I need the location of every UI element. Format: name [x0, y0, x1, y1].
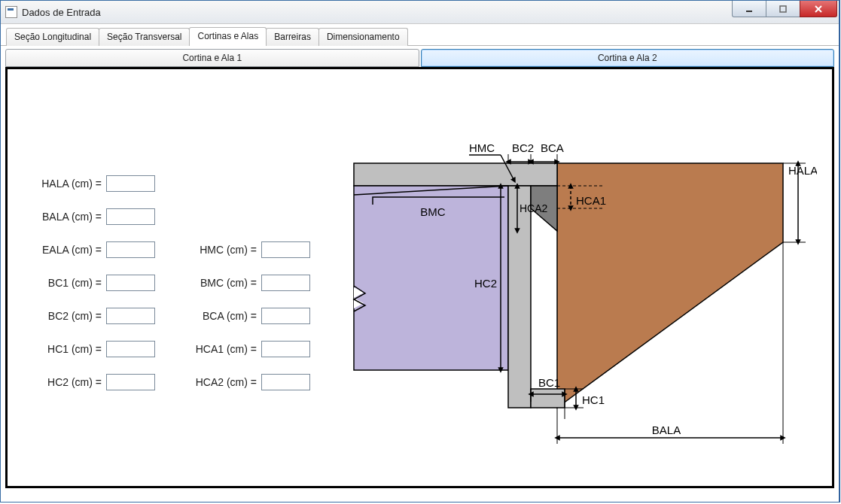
- label-hca1: HCA1 (cm) =: [185, 343, 261, 355]
- input-hca2[interactable]: [261, 374, 310, 390]
- input-hc1[interactable]: [106, 341, 155, 357]
- svg-rect-1: [780, 6, 786, 12]
- window-title: Dados de Entrada: [22, 7, 733, 18]
- label-eala: EALA (cm) =: [30, 244, 106, 256]
- tab-cortinas-e-alas[interactable]: Cortinas e Alas: [189, 27, 267, 46]
- label-hmc: HMC (cm) =: [185, 244, 261, 256]
- label-bc2: BC2 (cm) =: [30, 310, 106, 322]
- svg-rect-3: [354, 163, 557, 186]
- svg-rect-5: [508, 186, 531, 408]
- label-bca: BCA (cm) =: [185, 310, 261, 322]
- subtab-cortina-2[interactable]: Cortina e Ala 2: [421, 49, 835, 67]
- input-hmc[interactable]: [261, 241, 310, 258]
- dlabel-bala: BALA: [652, 424, 681, 436]
- content-panel: HALA (cm) = BALA (cm) = EALA (cm) = BC1 …: [5, 67, 834, 488]
- dlabel-hc1: HC1: [582, 393, 605, 406]
- label-bala: BALA (cm) =: [30, 211, 106, 223]
- label-bc1: BC1 (cm) =: [30, 277, 106, 289]
- label-hc2: HC2 (cm) =: [30, 376, 106, 388]
- window-controls: [733, 1, 839, 23]
- dlabel-bc1: BC1: [538, 376, 560, 389]
- form-col-1: HALA (cm) = BALA (cm) = EALA (cm) = BC1 …: [30, 175, 155, 391]
- dlabel-hca1: HCA1: [576, 194, 606, 207]
- app-icon: [5, 6, 17, 18]
- label-hala: HALA (cm) =: [30, 178, 106, 190]
- minimize-button[interactable]: [732, 1, 766, 17]
- input-bc2[interactable]: [106, 308, 155, 324]
- label-bmc: BMC (cm) =: [185, 277, 261, 289]
- close-button[interactable]: [800, 1, 837, 17]
- dlabel-hc2: HC2: [474, 277, 497, 290]
- main-tabstrip: Seção Longitudinal Seção Transversal Cor…: [1, 24, 839, 46]
- form-col-2: HMC (cm) = BMC (cm) = BCA (cm) = HCA1 (c…: [185, 241, 310, 391]
- input-bala[interactable]: [106, 208, 155, 225]
- input-eala[interactable]: [106, 241, 155, 258]
- input-form: HALA (cm) = BALA (cm) = EALA (cm) = BC1 …: [30, 175, 310, 391]
- dlabel-bc2: BC2: [512, 141, 534, 154]
- input-bmc[interactable]: [261, 275, 310, 291]
- titlebar: Dados de Entrada: [1, 1, 839, 24]
- label-hca2: HCA2 (cm) =: [185, 376, 261, 388]
- sub-tabstrip: Cortina e Ala 1 Cortina e Ala 2: [1, 46, 839, 67]
- svg-rect-6: [531, 389, 565, 408]
- tab-secao-longitudinal[interactable]: Seção Longitudinal: [6, 28, 99, 46]
- tab-dimensionamento[interactable]: Dimensionamento: [318, 28, 408, 46]
- tab-barreiras[interactable]: Barreiras: [266, 28, 319, 46]
- dlabel-hca2: HCA2: [520, 202, 548, 214]
- subtab-cortina-1[interactable]: Cortina e Ala 1: [5, 49, 419, 67]
- dlabel-bmc: BMC: [420, 205, 446, 218]
- tab-secao-transversal[interactable]: Seção Transversal: [99, 28, 190, 46]
- input-bc1[interactable]: [106, 275, 155, 291]
- input-hc2[interactable]: [106, 374, 155, 390]
- dlabel-hala: HALA: [788, 164, 817, 177]
- input-bca[interactable]: [261, 308, 310, 324]
- input-hca1[interactable]: [261, 341, 310, 357]
- input-hala[interactable]: [106, 175, 155, 192]
- dlabel-hmc: HMC: [469, 141, 495, 154]
- diagram: HMC BC2 BCA HALA HCA1: [350, 122, 817, 453]
- maximize-button[interactable]: [766, 1, 800, 17]
- dlabel-bca: BCA: [541, 141, 564, 154]
- label-hc1: HC1 (cm) =: [30, 343, 106, 355]
- app-window: Dados de Entrada Seção Longitudinal Seçã…: [0, 0, 839, 502]
